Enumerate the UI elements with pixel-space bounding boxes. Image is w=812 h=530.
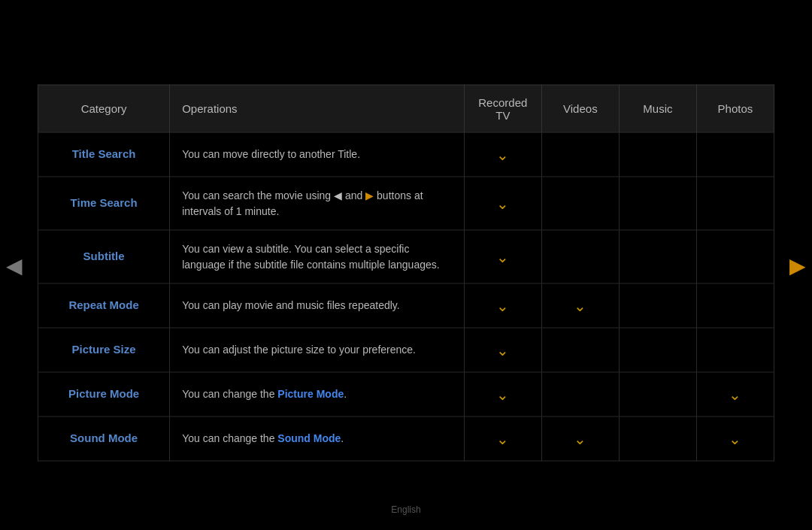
table-row: Title Search You can move directly to an…	[38, 132, 774, 177]
header-videos: Videos	[541, 85, 619, 132]
right-tri-icon: ▶	[365, 189, 374, 201]
table-header-row: Category Operations RecordedTV Videos Mu…	[38, 85, 774, 132]
check-title-search-recorded: ⌄	[464, 132, 541, 177]
checkmark-icon: ⌄	[496, 338, 509, 361]
check-picture-mode-photos: ⌄	[696, 372, 774, 416]
check-picture-mode-recorded: ⌄	[464, 372, 541, 416]
check-repeat-recorded: ⌄	[464, 283, 541, 328]
sound-mode-link: Sound Mode	[277, 432, 341, 444]
table-row: Picture Mode You can change the Picture …	[38, 372, 774, 416]
check-title-search-photos	[696, 132, 774, 177]
checkmark-icon: ⌄	[496, 143, 509, 165]
check-picture-size-videos	[541, 328, 619, 372]
category-sound-mode: Sound Mode	[38, 416, 170, 461]
desc-subtitle: You can view a subtitle. You can select …	[170, 230, 465, 283]
checkmark-icon: ⌄	[574, 427, 586, 450]
checkmark-icon: ⌄	[496, 294, 509, 316]
check-time-search-music	[619, 177, 696, 230]
check-picture-mode-music	[619, 372, 696, 416]
footer-language: English	[391, 504, 420, 515]
category-time-search: Time Search	[38, 177, 170, 230]
check-picture-size-photos	[696, 328, 774, 372]
desc-time-search: You can search the movie using ◀ and ▶ b…	[170, 177, 465, 230]
category-title-search: Title Search	[38, 132, 170, 177]
left-tri-icon: ◀	[334, 189, 342, 201]
check-picture-size-music	[619, 328, 696, 372]
check-time-search-videos	[541, 177, 619, 230]
checkmark-icon: ⌄	[496, 192, 509, 214]
check-time-search-recorded: ⌄	[464, 177, 541, 230]
table-row: Repeat Mode You can play movie and music…	[38, 283, 774, 328]
check-sound-mode-music	[619, 416, 696, 461]
category-picture-size: Picture Size	[38, 328, 170, 372]
desc-sound-mode: You can change the Sound Mode.	[170, 416, 465, 461]
header-photos: Photos	[696, 85, 774, 132]
checkmark-icon: ⌄	[729, 427, 741, 450]
desc-picture-mode: You can change the Picture Mode.	[170, 372, 465, 416]
table-row: Subtitle You can view a subtitle. You ca…	[38, 230, 774, 283]
operations-table: Category Operations RecordedTV Videos Mu…	[38, 84, 774, 461]
category-subtitle: Subtitle	[38, 230, 170, 283]
header-music: Music	[619, 85, 696, 132]
check-time-search-photos	[696, 177, 774, 230]
desc-title-search: You can move directly to another Title.	[170, 132, 465, 177]
check-sound-mode-photos: ⌄	[696, 416, 774, 461]
check-sound-mode-recorded: ⌄	[464, 416, 541, 461]
left-nav-arrow[interactable]: ◀	[6, 253, 23, 277]
checkmark-icon: ⌄	[729, 383, 741, 405]
check-subtitle-music	[619, 230, 696, 283]
category-picture-mode: Picture Mode	[38, 372, 170, 416]
table-row: Time Search You can search the movie usi…	[38, 177, 774, 230]
header-operations: Operations	[170, 85, 465, 132]
header-category: Category	[38, 85, 170, 132]
left-arrow-icon: ◀	[6, 253, 23, 277]
check-subtitle-recorded: ⌄	[464, 230, 541, 283]
table-row: Sound Mode You can change the Sound Mode…	[38, 416, 774, 461]
checkmark-icon: ⌄	[574, 294, 586, 316]
main-content: Category Operations RecordedTV Videos Mu…	[38, 84, 774, 461]
check-subtitle-videos	[541, 230, 619, 283]
check-title-search-videos	[541, 132, 619, 177]
picture-mode-link: Picture Mode	[277, 388, 344, 400]
checkmark-icon: ⌄	[496, 383, 509, 405]
check-title-search-music	[619, 132, 696, 177]
right-nav-arrow[interactable]: ▶	[789, 253, 806, 277]
check-picture-mode-videos	[541, 372, 619, 416]
table-row: Picture Size You can adjust the picture …	[38, 328, 774, 372]
check-picture-size-recorded: ⌄	[464, 328, 541, 372]
checkmark-icon: ⌄	[496, 427, 509, 450]
desc-repeat-mode: You can play movie and music files repea…	[170, 283, 465, 328]
header-recorded-tv: RecordedTV	[464, 85, 541, 132]
category-repeat-mode: Repeat Mode	[38, 283, 170, 328]
desc-picture-size: You can adjust the picture size to your …	[170, 328, 465, 372]
check-repeat-videos: ⌄	[541, 283, 619, 328]
right-arrow-icon: ▶	[789, 253, 806, 277]
checkmark-icon: ⌄	[496, 245, 509, 268]
check-repeat-music	[619, 283, 696, 328]
check-repeat-photos	[696, 283, 774, 328]
check-subtitle-photos	[696, 230, 774, 283]
check-sound-mode-videos: ⌄	[541, 416, 619, 461]
